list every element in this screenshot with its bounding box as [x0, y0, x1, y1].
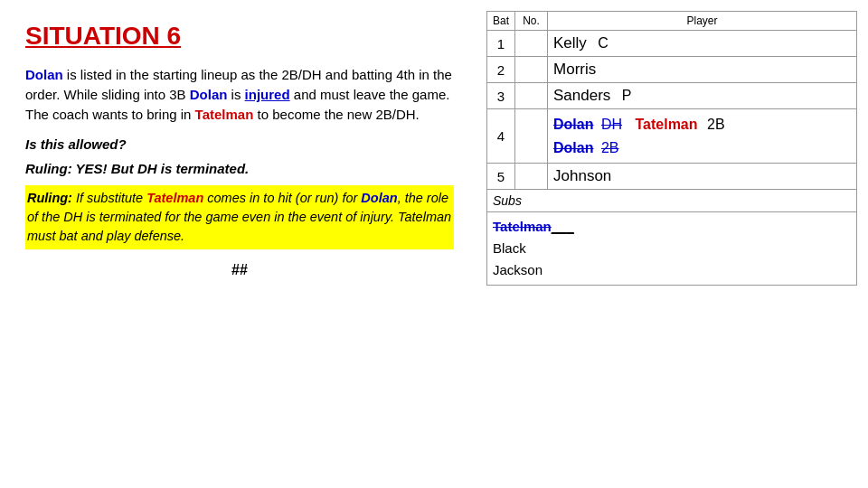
player-name-1: Kelly: [553, 34, 587, 52]
dolan-dh-name: Dolan: [553, 117, 593, 132]
desc-part2: is: [227, 87, 244, 102]
table-row: 3 Sanders P: [487, 83, 857, 109]
ruling-2-block: Ruling: If substitute Tatelman comes in …: [25, 185, 454, 249]
subs-names: Tatelman___ Black Jackson: [487, 212, 857, 286]
player-4-line2: Dolan 2B: [553, 136, 851, 160]
tatelman-new-pos: 2B: [707, 117, 725, 132]
sub-tatelman-name: Tatelman: [493, 219, 552, 234]
ruling2-dolan: Dolan: [361, 191, 397, 205]
sub-jackson: Jackson: [493, 259, 851, 281]
position-3: P: [622, 88, 632, 103]
description-block: Dolan is listed in the starting lineup a…: [25, 65, 454, 124]
bat-5: 5: [487, 164, 515, 190]
dolan-ref-2: Dolan: [190, 87, 228, 102]
bat-2: 2: [487, 57, 515, 83]
right-panel: Bat No. Player 1 Kelly C 2 Morris: [479, 0, 868, 488]
table-row: 5 Johnson: [487, 164, 857, 190]
sub-tatelman-underline: ___: [552, 219, 574, 234]
table-row-4: 4 Dolan DH Tatelman 2B Dolan 2B: [487, 109, 857, 164]
ruling2-italic: even in the event of injury.: [242, 210, 394, 224]
ruling2-tatelman: Tatelman: [146, 191, 203, 205]
ruling2-rest: comes in to hit (or run) for: [203, 191, 361, 205]
bat-4: 4: [487, 109, 515, 164]
dolan-2b-name: Dolan: [553, 140, 593, 155]
no-2: [515, 57, 548, 83]
player-3: Sanders P: [548, 83, 857, 109]
player-name-3: Sanders: [553, 87, 610, 104]
no-5: [515, 164, 548, 190]
dolan-ref-1: Dolan: [25, 67, 63, 82]
subs-label: Subs: [487, 190, 857, 212]
situation-title: SITUATION 6: [25, 22, 454, 51]
lineup-table: Bat No. Player 1 Kelly C 2 Morris: [486, 11, 857, 286]
player-4-special: Dolan DH Tatelman 2B Dolan 2B: [548, 109, 857, 164]
position-1: C: [598, 35, 609, 51]
no-1: [515, 31, 548, 57]
desc-part4: to become the new 2B/DH.: [253, 107, 419, 122]
player-4-line1: Dolan DH Tatelman 2B: [553, 113, 851, 136]
table-row: 2 Morris: [487, 57, 857, 83]
ruling2-text: If substitute: [72, 191, 146, 205]
dolan-2b-pos: 2B: [601, 140, 619, 155]
sub-black: Black: [493, 238, 851, 259]
player-2: Morris: [548, 57, 857, 83]
tatelman-new: Tatelman: [635, 117, 697, 132]
header-no: No.: [515, 12, 548, 31]
question-text: Is this allowed?: [25, 136, 454, 152]
header-player: Player: [548, 12, 857, 31]
injured-text: injured: [245, 87, 290, 102]
player-name-5: Johnson: [553, 167, 611, 184]
subs-label-row: Subs: [487, 190, 857, 212]
sub-tatelman: Tatelman___: [493, 216, 851, 238]
player-name-2: Morris: [553, 61, 596, 78]
hash-mark: ##: [25, 262, 454, 278]
tatelman-ref-1: Tatelman: [195, 107, 254, 122]
subs-row: Tatelman___ Black Jackson: [487, 212, 857, 286]
player-5: Johnson: [548, 164, 857, 190]
bat-3: 3: [487, 83, 515, 109]
table-row: 1 Kelly C: [487, 31, 857, 57]
header-bat: Bat: [487, 12, 515, 31]
ruling-2-label: Ruling:: [27, 191, 72, 205]
no-3: [515, 83, 548, 109]
ruling-1: Ruling: YES! But DH is terminated.: [25, 161, 454, 176]
dolan-dh-pos: DH: [601, 117, 622, 132]
bat-1: 1: [487, 31, 515, 57]
player-1: Kelly C: [548, 31, 857, 57]
no-4: [515, 109, 548, 164]
left-panel: SITUATION 6 Dolan is listed in the start…: [0, 0, 479, 488]
